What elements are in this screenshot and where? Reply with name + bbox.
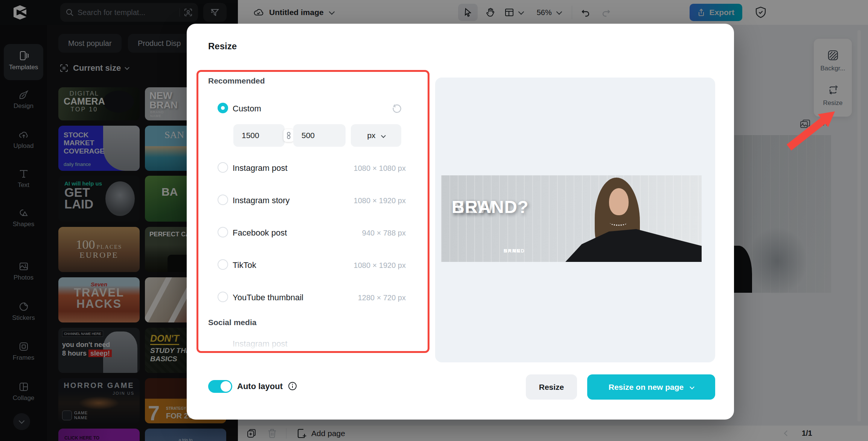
app-root: Untitled image 56% Export [0, 0, 868, 441]
banner-headline-line2: BRAND? [452, 199, 528, 215]
annotation-arrow [783, 107, 839, 154]
annotation-highlight-rect [196, 70, 429, 353]
auto-layout-label: Auto layout [237, 382, 283, 391]
chevron-down-icon [690, 385, 694, 389]
resize-on-new-page-label: Resize on new page [609, 383, 684, 392]
auto-layout-toggle[interactable] [208, 380, 232, 393]
banner-model-face [609, 188, 629, 215]
resize-button[interactable]: Resize [526, 374, 577, 400]
resize-preview-panel: NEW BRAND? BRAND NAME [435, 78, 715, 362]
modal-title: Resize [208, 41, 237, 52]
banner-model-necklace [610, 220, 627, 226]
preview-banner: NEW BRAND? BRAND NAME [441, 175, 702, 262]
resize-on-new-page-button[interactable]: Resize on new page [587, 374, 715, 400]
banner-brand-line2: NAME [504, 248, 521, 254]
